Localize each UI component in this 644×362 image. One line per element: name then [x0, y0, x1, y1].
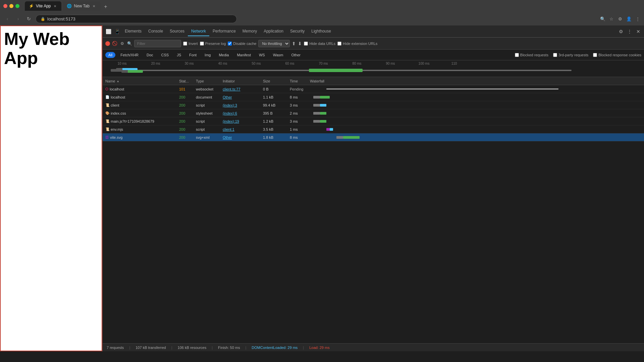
extensions-icon[interactable]: ⚙ — [617, 16, 623, 22]
record-button[interactable] — [105, 41, 110, 46]
disable-cache-checkbox[interactable] — [228, 42, 232, 46]
cell-initiator[interactable]: (index):19 — [220, 119, 260, 123]
traffic-lights — [3, 4, 19, 8]
hide-extension-urls-checkbox-label[interactable]: Hide extension URLs — [337, 42, 377, 46]
tab-lighthouse[interactable]: Lighthouse — [308, 27, 334, 36]
table-row[interactable]: ⬡ localhost 101 websocket client.ts:77 0… — [103, 85, 644, 93]
header-type: Type — [193, 79, 220, 83]
cell-size: 1.8 kB — [260, 135, 287, 139]
filter-fetch-xhr-button[interactable]: Fetch/XHR — [117, 52, 142, 58]
tab-close-button[interactable]: ✕ — [53, 4, 57, 8]
reload-button[interactable]: ↻ — [25, 15, 33, 23]
row-name-text: index.css — [111, 111, 126, 115]
new-tab-button[interactable]: + — [102, 3, 110, 11]
table-row-selected[interactable]: 🖼 vite.svg 200 svg+xml Other 1.8 kB 8 ms — [103, 133, 644, 141]
filter-ws-button[interactable]: WS — [256, 52, 268, 58]
hide-data-urls-checkbox-label[interactable]: Hide data URLs — [304, 42, 335, 46]
tab-network[interactable]: Network — [188, 27, 209, 36]
tab-sources[interactable]: Sources — [166, 27, 188, 36]
forward-button[interactable]: › — [14, 15, 22, 23]
status-bar: 7 requests | 107 kB transferred | 106 kB… — [103, 343, 644, 351]
tab-memory[interactable]: Memory — [239, 27, 260, 36]
invert-checkbox-label[interactable]: Invert — [183, 42, 198, 46]
bookmark-icon[interactable]: ☆ — [608, 16, 614, 22]
waterfall-bar-wait — [326, 128, 330, 131]
cell-waterfall — [307, 101, 644, 109]
filter-input[interactable] — [134, 40, 181, 47]
minimize-window-button[interactable] — [9, 4, 13, 8]
timeline-label-20ms: 20 ms — [139, 62, 172, 65]
waterfall-bar-recv — [320, 120, 327, 123]
close-window-button[interactable] — [3, 4, 7, 8]
clear-button[interactable]: 🚫 — [112, 41, 117, 46]
row-name-text: localhost — [111, 95, 125, 99]
cell-initiator[interactable]: (index):6 — [220, 111, 260, 115]
blocked-cookies-checkbox-label[interactable]: Blocked response cookies — [593, 53, 641, 57]
table-row[interactable]: 📜 main.js?t=1710941828679 200 script (in… — [103, 117, 644, 125]
cell-size: 99.4 kB — [260, 103, 287, 107]
menu-icon[interactable]: ⋮ — [635, 16, 641, 22]
waterfall-bar-recv — [330, 128, 333, 131]
tab-security[interactable]: Security — [287, 27, 308, 36]
table-row[interactable]: 📄 localhost 200 document Other 1.1 kB 8 … — [103, 93, 644, 101]
filter-doc-button[interactable]: Doc — [144, 52, 156, 58]
blocked-cookies-checkbox[interactable] — [593, 53, 597, 57]
tab-new-tab[interactable]: 🌐 New Tab ✕ — [63, 1, 100, 11]
tab-performance[interactable]: Performance — [209, 27, 239, 36]
cell-initiator[interactable]: Other — [220, 95, 260, 99]
back-button[interactable]: ‹ — [3, 15, 11, 23]
third-party-requests-checkbox[interactable] — [553, 53, 557, 57]
device-toolbar-icon[interactable]: 📱 — [114, 28, 120, 35]
preserve-log-checkbox[interactable] — [200, 42, 204, 46]
blocked-requests-checkbox[interactable] — [515, 53, 519, 57]
upload-icon[interactable]: ⬆ — [292, 41, 296, 46]
ws-icon: ⬡ — [105, 87, 108, 91]
cell-initiator[interactable]: (index):3 — [220, 103, 260, 107]
download-icon[interactable]: ⬇ — [298, 41, 302, 46]
close-devtools-icon[interactable]: ✕ — [635, 28, 641, 35]
address-bar-row: ‹ › ↻ 🔒 localhost:5173 🔍 ☆ ⚙ 👤 ⋮ — [0, 12, 644, 25]
tab-application[interactable]: Application — [260, 27, 287, 36]
cell-time: 3 ms — [287, 103, 307, 107]
cell-waterfall — [307, 125, 644, 133]
blocked-requests-checkbox-label[interactable]: Blocked requests — [515, 53, 548, 57]
filter-other-button[interactable]: Other — [288, 52, 304, 58]
settings-icon[interactable]: ⚙ — [618, 28, 624, 35]
filter-manifest-button[interactable]: Manifest — [234, 52, 254, 58]
cell-initiator[interactable]: client.ts:77 — [220, 87, 260, 91]
third-party-requests-checkbox-label[interactable]: 3rd-party requests — [553, 53, 588, 57]
maximize-window-button[interactable] — [15, 4, 19, 8]
filter-css-button[interactable]: CSS — [158, 52, 172, 58]
search-button[interactable]: 🔍 — [127, 41, 132, 46]
preserve-log-checkbox-label[interactable]: Preserve log — [200, 42, 226, 46]
profile-icon[interactable]: 👤 — [626, 16, 632, 22]
inspect-element-icon[interactable]: ⬜ — [105, 28, 111, 35]
filter-font-button[interactable]: Font — [186, 52, 200, 58]
cell-initiator[interactable]: client:1 — [220, 127, 260, 131]
hide-data-urls-checkbox[interactable] — [304, 42, 308, 46]
tab-new-close-button[interactable]: ✕ — [92, 4, 96, 8]
table-row[interactable]: 📜 env.mjs 200 script client:1 3.5 kB 1 m… — [103, 125, 644, 133]
filter-all-button[interactable]: All — [105, 52, 115, 58]
cell-type: websocket — [193, 87, 220, 91]
tab-console[interactable]: Console — [145, 27, 166, 36]
tab-elements[interactable]: Elements — [121, 27, 145, 36]
table-row[interactable]: 📜 client 200 script (index):3 99.4 kB 3 … — [103, 101, 644, 109]
hide-extension-urls-checkbox[interactable] — [337, 42, 341, 46]
cell-initiator[interactable]: Other — [220, 135, 260, 139]
filter-media-button[interactable]: Media — [216, 52, 232, 58]
filter-js-button[interactable]: JS — [174, 52, 184, 58]
tab-vite-app[interactable]: ⚡ Vite App ✕ — [25, 1, 61, 11]
table-row[interactable]: 🎨 index.css 200 stylesheet (index):6 395… — [103, 109, 644, 117]
address-bar[interactable]: 🔒 localhost:5173 — [36, 15, 237, 23]
page-title: My Web App — [4, 29, 98, 68]
filter-icon[interactable]: ⚙ — [119, 41, 125, 46]
more-options-icon[interactable]: ⋮ — [627, 28, 633, 35]
waterfall-bar-wait — [313, 112, 320, 115]
zoom-icon[interactable]: 🔍 — [600, 16, 606, 22]
filter-wasm-button[interactable]: Wasm — [270, 52, 286, 58]
throttle-dropdown[interactable]: No throttling — [258, 40, 290, 47]
invert-checkbox[interactable] — [183, 42, 187, 46]
disable-cache-checkbox-label[interactable]: Disable cache — [228, 42, 256, 46]
filter-img-button[interactable]: Img — [202, 52, 214, 58]
